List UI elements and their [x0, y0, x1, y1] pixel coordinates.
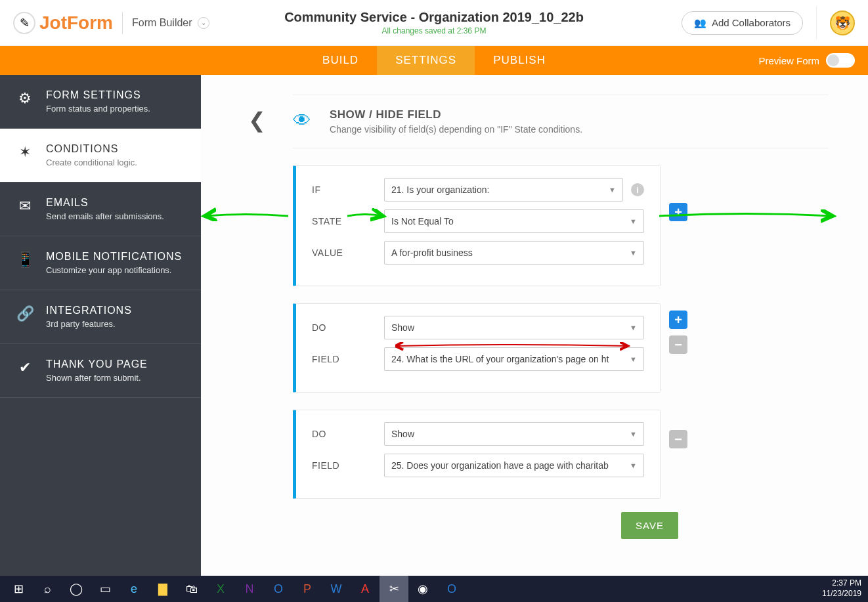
- cortana-icon[interactable]: ◯: [62, 576, 91, 602]
- clock-date: 11/23/2019: [822, 589, 861, 599]
- tab-publish[interactable]: PUBLISH: [475, 46, 564, 75]
- people-icon: 👥: [694, 17, 706, 29]
- tab-bar: BUILD SETTINGS PUBLISH Preview Form: [0, 46, 868, 75]
- link-icon: 🔗: [16, 305, 34, 323]
- add-collaborators-button[interactable]: 👥 Add Collaborators: [682, 11, 803, 35]
- sidebar-item-form-settings[interactable]: ⚙ FORM SETTINGSForm status and propertie…: [0, 75, 201, 129]
- if-condition-card: IF 21. Is your organization:▼ i STATE Is…: [293, 165, 661, 286]
- back-arrow-icon[interactable]: ❮: [248, 108, 266, 133]
- sidebar-item-conditions[interactable]: ✶ CONDITIONSCreate conditional logic.: [0, 129, 201, 183]
- value-label: VALUE: [312, 247, 384, 258]
- annotation-arrow-width: [391, 339, 634, 353]
- chevron-down-icon: ▼: [630, 249, 637, 257]
- phone-icon: 📱: [16, 251, 34, 269]
- taskview-icon[interactable]: ▭: [91, 576, 119, 602]
- do-action-select[interactable]: Show▼: [384, 422, 644, 446]
- if-field-select[interactable]: 21. Is your organization:▼: [384, 178, 623, 202]
- do-action-select[interactable]: Show▼: [384, 316, 644, 339]
- check-icon: ✔: [16, 358, 34, 377]
- chevron-down-icon: ▼: [630, 462, 637, 469]
- sidebar-item-integrations[interactable]: 🔗 INTEGRATIONS3rd party features.: [0, 290, 201, 344]
- annotation-arrow-left: [200, 206, 292, 226]
- form-title-block: Community Service - Organization 2019_10…: [284, 10, 584, 35]
- do-label: DO: [312, 322, 384, 333]
- do-field-select[interactable]: 25. Does your organization have a page w…: [384, 454, 644, 477]
- value-select[interactable]: A for-profit business▼: [384, 241, 644, 265]
- tab-build[interactable]: BUILD: [304, 46, 377, 75]
- tab-settings[interactable]: SETTINGS: [377, 46, 475, 75]
- annotation-arrow-state: [342, 206, 388, 226]
- chevron-down-icon: ▼: [630, 430, 637, 438]
- sidebar-item-mobile[interactable]: 📱 MOBILE NOTIFICATIONSCustomize your app…: [0, 236, 201, 290]
- if-label: IF: [312, 184, 384, 195]
- divider: [122, 12, 123, 34]
- save-button[interactable]: SAVE: [621, 512, 678, 539]
- preview-form-toggle[interactable]: Preview Form: [758, 53, 855, 68]
- chrome-icon[interactable]: ◉: [408, 576, 437, 602]
- acrobat-icon[interactable]: A: [351, 576, 380, 602]
- top-bar: ✎ JotForm Form Builder ⌄ Community Servi…: [0, 0, 868, 46]
- logo-text: JotForm: [39, 12, 113, 33]
- outlook2-icon[interactable]: O: [437, 576, 466, 602]
- condition-desc: Change visibility of field(s) depending …: [330, 124, 582, 135]
- windows-taskbar: ⊞ ⌕ ◯ ▭ e ▇ 🛍 X N O P W A ✂ ◉ O 2:37 PM …: [0, 576, 868, 602]
- shuffle-icon: ✶: [16, 143, 34, 161]
- chevron-down-icon: ▼: [609, 186, 616, 194]
- do-action-card: DO Show▼ FIELD 25. Does your organizatio…: [293, 410, 661, 499]
- toggle-switch[interactable]: [826, 53, 855, 68]
- remove-action-button[interactable]: −: [669, 430, 687, 448]
- user-avatar[interactable]: 🐯: [830, 11, 855, 35]
- outlook-icon[interactable]: O: [264, 576, 293, 602]
- info-icon[interactable]: i: [631, 183, 644, 196]
- gear-icon: ⚙: [16, 89, 34, 108]
- builder-dropdown-caret[interactable]: ⌄: [198, 17, 209, 29]
- mail-icon: ✉: [16, 197, 34, 215]
- logo[interactable]: ✎ JotForm: [13, 12, 113, 34]
- form-builder-label: Form Builder: [132, 17, 192, 29]
- do-label: DO: [312, 429, 384, 439]
- settings-sidebar: ⚙ FORM SETTINGSForm status and propertie…: [0, 75, 201, 576]
- condition-header: 👁 SHOW / HIDE FIELD Change visibility of…: [293, 95, 829, 148]
- content-area: ❮ 👁 SHOW / HIDE FIELD Change visibility …: [201, 75, 868, 576]
- clock-time: 2:37 PM: [822, 578, 861, 589]
- snip-icon[interactable]: ✂: [380, 576, 408, 602]
- edge-icon[interactable]: e: [119, 576, 148, 602]
- field-label: FIELD: [312, 460, 384, 471]
- annotation-arrow-right: [654, 206, 838, 226]
- powerpoint-icon[interactable]: P: [293, 576, 322, 602]
- chevron-down-icon: ▼: [630, 324, 637, 332]
- sidebar-item-thankyou[interactable]: ✔ THANK YOU PAGEShown after form submit.: [0, 344, 201, 398]
- form-title[interactable]: Community Service - Organization 2019_10…: [284, 10, 584, 25]
- explorer-icon[interactable]: ▇: [148, 576, 177, 602]
- chevron-down-icon: ▼: [630, 217, 637, 225]
- pen-icon: ✎: [13, 12, 35, 34]
- word-icon[interactable]: W: [322, 576, 351, 602]
- divider: [816, 7, 817, 39]
- chevron-down-icon: ▼: [630, 355, 637, 363]
- store-icon[interactable]: 🛍: [177, 576, 206, 602]
- field-label: FIELD: [312, 354, 384, 364]
- system-tray-clock[interactable]: 2:37 PM 11/23/2019: [822, 578, 861, 599]
- preview-label: Preview Form: [758, 55, 819, 66]
- sidebar-item-emails[interactable]: ✉ EMAILSSend emails after submissions.: [0, 183, 201, 236]
- remove-action-button[interactable]: −: [669, 335, 687, 354]
- add-action-button[interactable]: +: [669, 311, 687, 329]
- state-select[interactable]: Is Not Equal To▼: [384, 209, 644, 233]
- search-icon[interactable]: ⌕: [33, 576, 62, 602]
- excel-icon[interactable]: X: [206, 576, 235, 602]
- condition-title: SHOW / HIDE FIELD: [330, 108, 582, 121]
- start-button[interactable]: ⊞: [4, 576, 33, 602]
- save-status: All changes saved at 2:36 PM: [284, 26, 584, 35]
- eye-icon: 👁: [293, 110, 311, 131]
- onenote-icon[interactable]: N: [235, 576, 264, 602]
- collab-label: Add Collaborators: [712, 17, 791, 28]
